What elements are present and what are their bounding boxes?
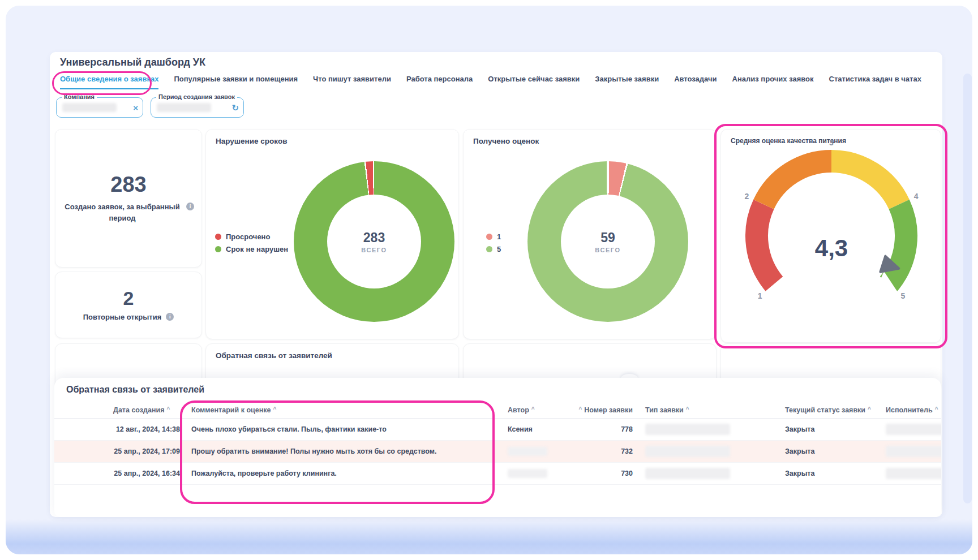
column-label: Тип заявки: [645, 406, 684, 414]
food-quality-gauge-card: Средняя оценка качества питания 123454,3: [720, 129, 941, 343]
donut-total: 283: [363, 230, 385, 245]
legend-item-overdue: Просрочено: [215, 232, 288, 241]
legend-label: 5: [497, 245, 501, 253]
sort-caret-icon[interactable]: ^: [273, 406, 276, 412]
card-title: Обратная связь от заявителей: [216, 351, 332, 360]
company-filter-label: Компания: [62, 93, 97, 100]
info-icon[interactable]: i: [186, 203, 194, 210]
tab-popular-requests[interactable]: Популярные заявки и помещения: [174, 75, 298, 88]
table-row[interactable]: 12 авг., 2024, 14:38 Очень плохо убирать…: [54, 419, 941, 441]
screenshot-root: Универсальный дашборд УК Общие сведения …: [0, 0, 978, 560]
ratings-donut-chart[interactable]: 59 ВСЕГО: [527, 161, 688, 322]
tab-what-applicants-write[interactable]: Что пишут заявители: [313, 75, 391, 88]
redacted-assignee: [886, 424, 941, 435]
cell-assignee: с: [886, 419, 941, 441]
svg-text:1: 1: [758, 291, 762, 300]
cell-comment: Пожалуйста, проверьте работу клининга.: [191, 463, 497, 485]
sort-caret-icon[interactable]: ^: [166, 406, 170, 412]
cell-status: Закрыта: [785, 463, 870, 485]
table-row[interactable]: 25 апр., 2024, 16:34 Пожалуйста, проверь…: [54, 463, 941, 485]
column-label: Исполнитель: [886, 406, 933, 414]
svg-text:5: 5: [900, 291, 905, 300]
created-requests-card: 283 Создано заявок, за выбранный период …: [55, 129, 202, 268]
clear-icon[interactable]: ×: [133, 104, 138, 112]
column-header-request-type[interactable]: Тип заявки^: [645, 402, 736, 419]
column-label: Номер заявки: [584, 406, 633, 414]
legend-item-on-time: Срок не нарушен: [215, 245, 288, 253]
cell-date: 25 апр., 2024, 17:09: [113, 441, 180, 463]
column-header-assignee[interactable]: Исполнитель^: [886, 402, 941, 419]
column-header-date[interactable]: Дата создания^: [113, 402, 180, 419]
deadlines-donut-chart[interactable]: 283 ВСЕГО: [294, 161, 454, 322]
tab-bar: Общие сведения о заявках Популярные заяв…: [60, 75, 921, 89]
feedback-panel: Обратная связь от заявителей Дата создан…: [54, 378, 941, 517]
reset-icon[interactable]: ↻: [231, 104, 239, 112]
created-requests-label-text: Создано заявок, за выбранный период: [65, 203, 179, 222]
redacted-request-type: [645, 446, 730, 457]
column-label: Комментарий к оценке: [191, 406, 271, 414]
redacted-assignee: [886, 446, 941, 457]
filter-bar: Компания × Период создания заявок ↻: [56, 97, 244, 118]
column-header-status[interactable]: Текущий статус заявки^: [785, 402, 870, 419]
period-filter[interactable]: Период создания заявок ↻: [151, 97, 244, 118]
redacted-assignee: [886, 468, 941, 479]
info-icon[interactable]: i: [166, 313, 174, 321]
feedback-table-body: 12 авг., 2024, 14:38 Очень плохо убирать…: [54, 419, 941, 485]
svg-text:4: 4: [914, 192, 919, 201]
legend-label: Срок не нарушен: [226, 245, 288, 253]
cell-date: 25 апр., 2024, 16:34: [113, 463, 180, 485]
background-decoration: [6, 519, 972, 554]
cell-request-number: 730: [570, 463, 633, 485]
svg-text:2: 2: [745, 192, 749, 201]
period-filter-label: Период создания заявок: [156, 93, 237, 100]
food-quality-gauge-chart[interactable]: 123454,3: [721, 130, 942, 333]
sort-caret-icon[interactable]: ^: [868, 406, 871, 412]
cell-comment: Очень плохо убираться стали. Пыль, фанти…: [191, 419, 497, 441]
tab-other-requests-analysis[interactable]: Анализ прочих заявок: [732, 75, 814, 88]
sort-caret-icon[interactable]: ^: [531, 406, 535, 412]
donut-total: 59: [600, 230, 615, 245]
created-requests-label: Создано заявок, за выбранный период i: [63, 201, 194, 224]
page-title: Универсальный дашборд УК: [60, 57, 205, 68]
cell-request-type: [645, 441, 736, 463]
sort-caret-icon[interactable]: ^: [686, 406, 689, 412]
sort-caret-icon[interactable]: ^: [578, 406, 582, 412]
tab-autotasks[interactable]: Автозадачи: [674, 75, 717, 88]
redacted-author: [508, 469, 547, 478]
sort-caret-icon[interactable]: ^: [935, 406, 938, 412]
cell-date: 12 авг., 2024, 14:38: [113, 419, 180, 441]
redacted-request-type: [645, 468, 730, 479]
table-row[interactable]: 25 апр., 2024, 17:09 Прошу обратить вним…: [54, 441, 941, 463]
reopened-requests-card: 2 Повторные открытия i: [55, 272, 202, 338]
page-background: Универсальный дашборд УК Общие сведения …: [6, 6, 972, 554]
donut-center: 59 ВСЕГО: [527, 161, 688, 322]
card-title: Получено оценок: [473, 137, 539, 145]
company-filter[interactable]: Компания ×: [56, 97, 143, 118]
cell-status: Закрыта: [785, 419, 870, 441]
window-scrollbar[interactable]: [963, 74, 972, 503]
column-label: Автор: [508, 406, 529, 414]
legend: 1 5: [486, 232, 501, 253]
legend-dot: [486, 234, 492, 240]
legend-dot: [215, 234, 221, 240]
column-header-comment[interactable]: Комментарий к оценке^: [191, 402, 497, 419]
column-header-request-number[interactable]: ^Номер заявки: [570, 402, 633, 419]
cell-request-type: [645, 463, 736, 485]
tab-chat-tasks-stats[interactable]: Статистика задач в чатах: [829, 75, 921, 88]
cell-assignee: с: [886, 441, 941, 463]
ratings-chart-card: Получено оценок 1 5 59 ВСЕГО: [463, 129, 717, 339]
tab-closed-requests[interactable]: Закрытые заявки: [595, 75, 659, 88]
cell-request-type: [645, 419, 736, 441]
redacted-request-type: [645, 424, 730, 435]
column-header-author[interactable]: Автор^: [508, 402, 570, 419]
legend-dot: [486, 246, 492, 252]
tab-general-info[interactable]: Общие сведения о заявках: [60, 75, 158, 89]
company-filter-value-redacted: [62, 103, 117, 112]
tab-staff-work[interactable]: Работа персонала: [406, 75, 473, 88]
author-text: Ксения: [508, 425, 533, 433]
svg-text:3: 3: [829, 138, 834, 147]
cell-status: Закрыта: [785, 441, 870, 463]
table-header: Дата создания^ Комментарий к оценке^ Авт…: [54, 402, 941, 419]
legend-dot: [215, 246, 221, 252]
tab-open-requests[interactable]: Открытые сейчас заявки: [488, 75, 580, 88]
